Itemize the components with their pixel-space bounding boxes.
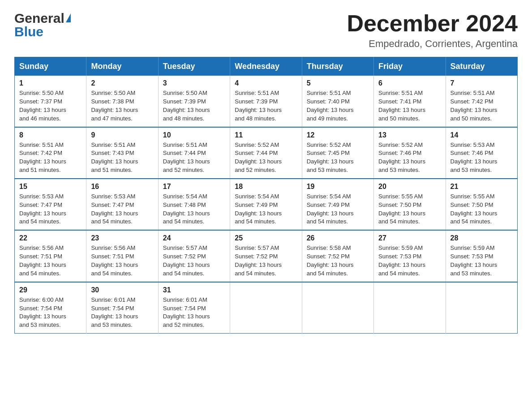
day-number: 5	[307, 79, 369, 87]
calendar-cell: 6Sunrise: 5:51 AMSunset: 7:41 PMDaylight…	[374, 76, 446, 127]
day-info: Sunrise: 6:01 AMSunset: 7:54 PMDaylight:…	[91, 296, 153, 330]
day-number: 20	[378, 183, 441, 191]
calendar-cell: 9Sunrise: 5:51 AMSunset: 7:43 PMDaylight…	[86, 127, 158, 179]
calendar-cell	[230, 282, 302, 334]
day-number: 3	[163, 79, 225, 87]
day-info: Sunrise: 5:51 AMSunset: 7:42 PMDaylight:…	[19, 141, 82, 175]
day-info: Sunrise: 5:58 AMSunset: 7:52 PMDaylight:…	[307, 244, 369, 278]
calendar-cell: 5Sunrise: 5:51 AMSunset: 7:40 PMDaylight…	[302, 76, 373, 127]
day-info: Sunrise: 5:51 AMSunset: 7:39 PMDaylight:…	[235, 89, 297, 123]
calendar-cell: 28Sunrise: 5:59 AMSunset: 7:53 PMDayligh…	[446, 230, 517, 282]
day-number: 6	[378, 79, 441, 87]
calendar-cell: 4Sunrise: 5:51 AMSunset: 7:39 PMDaylight…	[230, 76, 302, 127]
calendar-week-row: 29Sunrise: 6:00 AMSunset: 7:54 PMDayligh…	[15, 282, 518, 334]
calendar-week-row: 1Sunrise: 5:50 AMSunset: 7:37 PMDaylight…	[15, 76, 518, 127]
calendar-cell: 3Sunrise: 5:50 AMSunset: 7:39 PMDaylight…	[158, 76, 230, 127]
calendar-cell: 31Sunrise: 6:01 AMSunset: 7:54 PMDayligh…	[158, 282, 230, 334]
day-info: Sunrise: 5:54 AMSunset: 7:49 PMDaylight:…	[235, 193, 297, 226]
day-number: 11	[235, 131, 297, 139]
day-info: Sunrise: 5:59 AMSunset: 7:53 PMDaylight:…	[378, 244, 441, 278]
day-info: Sunrise: 5:50 AMSunset: 7:39 PMDaylight:…	[163, 89, 225, 123]
day-info: Sunrise: 5:55 AMSunset: 7:50 PMDaylight:…	[450, 193, 513, 226]
calendar-cell	[446, 282, 517, 334]
day-number: 14	[450, 131, 513, 139]
day-number: 2	[91, 79, 153, 87]
day-number: 18	[235, 183, 297, 191]
calendar-cell: 17Sunrise: 5:54 AMSunset: 7:48 PMDayligh…	[158, 179, 230, 230]
calendar-cell: 19Sunrise: 5:54 AMSunset: 7:49 PMDayligh…	[302, 179, 373, 230]
calendar-week-row: 15Sunrise: 5:53 AMSunset: 7:47 PMDayligh…	[15, 179, 518, 230]
calendar-cell	[374, 282, 446, 334]
day-number: 4	[235, 79, 297, 87]
column-header-friday: Friday	[374, 57, 446, 76]
column-header-tuesday: Tuesday	[158, 57, 230, 76]
day-info: Sunrise: 5:51 AMSunset: 7:44 PMDaylight:…	[163, 141, 225, 175]
day-info: Sunrise: 5:54 AMSunset: 7:49 PMDaylight:…	[307, 193, 369, 226]
day-info: Sunrise: 5:52 AMSunset: 7:45 PMDaylight:…	[307, 141, 369, 175]
day-info: Sunrise: 5:51 AMSunset: 7:41 PMDaylight:…	[378, 89, 441, 123]
calendar-header-row: SundayMondayTuesdayWednesdayThursdayFrid…	[15, 57, 518, 76]
calendar-week-row: 22Sunrise: 5:56 AMSunset: 7:51 PMDayligh…	[15, 230, 518, 282]
calendar-cell: 27Sunrise: 5:59 AMSunset: 7:53 PMDayligh…	[374, 230, 446, 282]
calendar-cell: 12Sunrise: 5:52 AMSunset: 7:45 PMDayligh…	[302, 127, 373, 179]
calendar-cell: 29Sunrise: 6:00 AMSunset: 7:54 PMDayligh…	[15, 282, 86, 334]
calendar-cell: 24Sunrise: 5:57 AMSunset: 7:52 PMDayligh…	[158, 230, 230, 282]
day-info: Sunrise: 5:56 AMSunset: 7:51 PMDaylight:…	[91, 244, 153, 278]
calendar-cell: 21Sunrise: 5:55 AMSunset: 7:50 PMDayligh…	[446, 179, 517, 230]
calendar-cell: 25Sunrise: 5:57 AMSunset: 7:52 PMDayligh…	[230, 230, 302, 282]
calendar-cell: 22Sunrise: 5:56 AMSunset: 7:51 PMDayligh…	[15, 230, 86, 282]
day-number: 7	[450, 79, 513, 87]
day-info: Sunrise: 6:00 AMSunset: 7:54 PMDaylight:…	[19, 296, 82, 330]
day-info: Sunrise: 5:50 AMSunset: 7:38 PMDaylight:…	[91, 89, 153, 123]
day-number: 9	[91, 131, 153, 139]
day-number: 12	[307, 131, 369, 139]
day-number: 21	[450, 183, 513, 191]
calendar-cell: 13Sunrise: 5:52 AMSunset: 7:46 PMDayligh…	[374, 127, 446, 179]
day-number: 8	[19, 131, 82, 139]
title-area: December 2024 Empedrado, Corrientes, Arg…	[347, 11, 518, 50]
day-info: Sunrise: 5:51 AMSunset: 7:42 PMDaylight:…	[450, 89, 513, 123]
calendar-body: 1Sunrise: 5:50 AMSunset: 7:37 PMDaylight…	[15, 76, 518, 333]
day-number: 16	[91, 183, 153, 191]
calendar-cell: 8Sunrise: 5:51 AMSunset: 7:42 PMDaylight…	[15, 127, 86, 179]
calendar-cell: 14Sunrise: 5:53 AMSunset: 7:46 PMDayligh…	[446, 127, 517, 179]
calendar-cell: 16Sunrise: 5:53 AMSunset: 7:47 PMDayligh…	[86, 179, 158, 230]
calendar-cell: 20Sunrise: 5:55 AMSunset: 7:50 PMDayligh…	[374, 179, 446, 230]
location-title: Empedrado, Corrientes, Argentina	[347, 38, 518, 50]
day-info: Sunrise: 5:56 AMSunset: 7:51 PMDaylight:…	[19, 244, 82, 278]
calendar-cell: 26Sunrise: 5:58 AMSunset: 7:52 PMDayligh…	[302, 230, 373, 282]
column-header-saturday: Saturday	[446, 57, 517, 76]
day-number: 10	[163, 131, 225, 139]
column-header-thursday: Thursday	[302, 57, 373, 76]
calendar-cell: 15Sunrise: 5:53 AMSunset: 7:47 PMDayligh…	[15, 179, 86, 230]
day-number: 28	[450, 234, 513, 242]
day-number: 29	[19, 286, 82, 294]
calendar-cell: 11Sunrise: 5:52 AMSunset: 7:44 PMDayligh…	[230, 127, 302, 179]
day-info: Sunrise: 5:52 AMSunset: 7:46 PMDaylight:…	[378, 141, 441, 175]
day-info: Sunrise: 5:51 AMSunset: 7:40 PMDaylight:…	[307, 89, 369, 123]
day-number: 25	[235, 234, 297, 242]
day-number: 22	[19, 234, 82, 242]
day-number: 30	[91, 286, 153, 294]
column-header-sunday: Sunday	[15, 57, 86, 76]
logo: General Blue	[14, 11, 71, 39]
day-info: Sunrise: 6:01 AMSunset: 7:54 PMDaylight:…	[163, 296, 225, 330]
calendar-cell: 2Sunrise: 5:50 AMSunset: 7:38 PMDaylight…	[86, 76, 158, 127]
calendar-cell: 10Sunrise: 5:51 AMSunset: 7:44 PMDayligh…	[158, 127, 230, 179]
day-number: 1	[19, 79, 82, 87]
day-info: Sunrise: 5:50 AMSunset: 7:37 PMDaylight:…	[19, 89, 82, 123]
day-info: Sunrise: 5:54 AMSunset: 7:48 PMDaylight:…	[163, 193, 225, 226]
calendar-week-row: 8Sunrise: 5:51 AMSunset: 7:42 PMDaylight…	[15, 127, 518, 179]
day-info: Sunrise: 5:53 AMSunset: 7:47 PMDaylight:…	[91, 193, 153, 226]
column-header-monday: Monday	[86, 57, 158, 76]
calendar-table: SundayMondayTuesdayWednesdayThursdayFrid…	[14, 57, 518, 334]
column-header-wednesday: Wednesday	[230, 57, 302, 76]
month-title: December 2024	[347, 11, 518, 36]
calendar-cell: 18Sunrise: 5:54 AMSunset: 7:49 PMDayligh…	[230, 179, 302, 230]
day-number: 23	[91, 234, 153, 242]
day-number: 19	[307, 183, 369, 191]
day-number: 13	[378, 131, 441, 139]
page-header: General Blue December 2024 Empedrado, Co…	[14, 11, 518, 50]
calendar-cell: 7Sunrise: 5:51 AMSunset: 7:42 PMDaylight…	[446, 76, 517, 127]
day-info: Sunrise: 5:59 AMSunset: 7:53 PMDaylight:…	[450, 244, 513, 278]
